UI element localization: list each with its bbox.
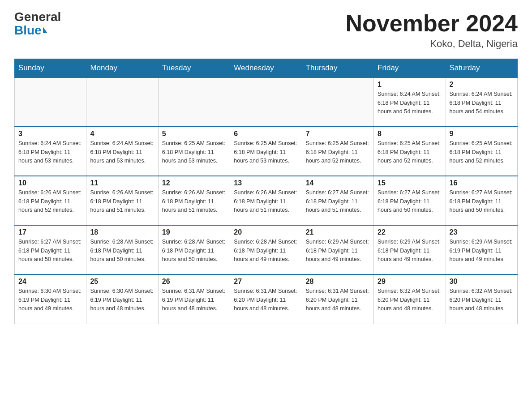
week-row-3: 10Sunrise: 6:26 AM Sunset: 6:18 PM Dayli… bbox=[15, 176, 518, 225]
logo-general-text: General bbox=[14, 11, 61, 23]
calendar-cell: 23Sunrise: 6:29 AM Sunset: 6:19 PM Dayli… bbox=[446, 225, 517, 274]
calendar-cell: 16Sunrise: 6:27 AM Sunset: 6:18 PM Dayli… bbox=[446, 176, 517, 225]
week-row-1: 1Sunrise: 6:24 AM Sunset: 6:18 PM Daylig… bbox=[15, 77, 518, 127]
day-info: Sunrise: 6:24 AM Sunset: 6:18 PM Dayligh… bbox=[378, 90, 442, 116]
calendar-cell: 11Sunrise: 6:26 AM Sunset: 6:18 PM Dayli… bbox=[86, 176, 158, 225]
calendar-cell bbox=[15, 77, 86, 127]
day-info: Sunrise: 6:29 AM Sunset: 6:18 PM Dayligh… bbox=[378, 238, 442, 264]
day-info: Sunrise: 6:25 AM Sunset: 6:18 PM Dayligh… bbox=[234, 139, 298, 165]
day-info: Sunrise: 6:30 AM Sunset: 6:19 PM Dayligh… bbox=[90, 287, 154, 313]
day-info: Sunrise: 6:31 AM Sunset: 6:19 PM Dayligh… bbox=[162, 287, 226, 313]
calendar-cell bbox=[230, 77, 302, 127]
calendar-cell bbox=[158, 77, 230, 127]
day-info: Sunrise: 6:25 AM Sunset: 6:18 PM Dayligh… bbox=[306, 139, 370, 165]
weekday-header-thursday: Thursday bbox=[302, 59, 373, 78]
day-info: Sunrise: 6:26 AM Sunset: 6:18 PM Dayligh… bbox=[18, 188, 82, 214]
day-info: Sunrise: 6:25 AM Sunset: 6:18 PM Dayligh… bbox=[450, 139, 514, 165]
calendar-cell: 5Sunrise: 6:25 AM Sunset: 6:18 PM Daylig… bbox=[158, 127, 230, 176]
day-number: 10 bbox=[18, 179, 82, 187]
day-info: Sunrise: 6:28 AM Sunset: 6:18 PM Dayligh… bbox=[90, 238, 154, 264]
calendar-cell: 13Sunrise: 6:26 AM Sunset: 6:18 PM Dayli… bbox=[230, 176, 302, 225]
day-number: 25 bbox=[90, 278, 154, 286]
day-info: Sunrise: 6:26 AM Sunset: 6:18 PM Dayligh… bbox=[90, 188, 154, 214]
day-number: 8 bbox=[378, 130, 442, 138]
calendar-cell: 14Sunrise: 6:27 AM Sunset: 6:18 PM Dayli… bbox=[302, 176, 373, 225]
calendar-cell: 9Sunrise: 6:25 AM Sunset: 6:18 PM Daylig… bbox=[446, 127, 517, 176]
day-number: 27 bbox=[234, 278, 298, 286]
day-number: 29 bbox=[378, 278, 442, 286]
logo-blue-text: Blue bbox=[14, 23, 47, 38]
day-info: Sunrise: 6:28 AM Sunset: 6:18 PM Dayligh… bbox=[234, 238, 298, 264]
calendar-cell: 25Sunrise: 6:30 AM Sunset: 6:19 PM Dayli… bbox=[86, 274, 158, 324]
day-number: 13 bbox=[234, 179, 298, 187]
day-info: Sunrise: 6:27 AM Sunset: 6:18 PM Dayligh… bbox=[450, 188, 514, 214]
day-info: Sunrise: 6:27 AM Sunset: 6:18 PM Dayligh… bbox=[18, 238, 82, 264]
calendar-cell: 20Sunrise: 6:28 AM Sunset: 6:18 PM Dayli… bbox=[230, 225, 302, 274]
day-info: Sunrise: 6:32 AM Sunset: 6:20 PM Dayligh… bbox=[378, 287, 442, 313]
day-info: Sunrise: 6:24 AM Sunset: 6:18 PM Dayligh… bbox=[450, 90, 514, 116]
weekday-header-wednesday: Wednesday bbox=[230, 59, 302, 78]
week-row-2: 3Sunrise: 6:24 AM Sunset: 6:18 PM Daylig… bbox=[15, 127, 518, 176]
calendar-cell: 19Sunrise: 6:28 AM Sunset: 6:18 PM Dayli… bbox=[158, 225, 230, 274]
day-number: 2 bbox=[450, 81, 514, 89]
logo-triangle-icon bbox=[43, 27, 47, 33]
day-info: Sunrise: 6:26 AM Sunset: 6:18 PM Dayligh… bbox=[234, 188, 298, 214]
day-number: 3 bbox=[18, 130, 82, 138]
day-info: Sunrise: 6:24 AM Sunset: 6:18 PM Dayligh… bbox=[90, 139, 154, 165]
weekday-header-row: SundayMondayTuesdayWednesdayThursdayFrid… bbox=[15, 59, 518, 78]
calendar-cell: 21Sunrise: 6:29 AM Sunset: 6:18 PM Dayli… bbox=[302, 225, 373, 274]
day-number: 21 bbox=[306, 228, 370, 236]
day-info: Sunrise: 6:25 AM Sunset: 6:18 PM Dayligh… bbox=[162, 139, 226, 165]
week-row-4: 17Sunrise: 6:27 AM Sunset: 6:18 PM Dayli… bbox=[15, 225, 518, 274]
day-info: Sunrise: 6:31 AM Sunset: 6:20 PM Dayligh… bbox=[306, 287, 370, 313]
day-number: 12 bbox=[162, 179, 226, 187]
calendar-cell: 2Sunrise: 6:24 AM Sunset: 6:18 PM Daylig… bbox=[446, 77, 517, 127]
day-info: Sunrise: 6:26 AM Sunset: 6:18 PM Dayligh… bbox=[162, 188, 226, 214]
calendar-cell: 29Sunrise: 6:32 AM Sunset: 6:20 PM Dayli… bbox=[374, 274, 446, 324]
day-info: Sunrise: 6:27 AM Sunset: 6:18 PM Dayligh… bbox=[378, 188, 442, 214]
day-number: 30 bbox=[450, 278, 514, 286]
day-info: Sunrise: 6:28 AM Sunset: 6:18 PM Dayligh… bbox=[162, 238, 226, 264]
day-number: 7 bbox=[306, 130, 370, 138]
day-number: 15 bbox=[378, 179, 442, 187]
calendar-cell: 12Sunrise: 6:26 AM Sunset: 6:18 PM Dayli… bbox=[158, 176, 230, 225]
day-number: 1 bbox=[378, 81, 442, 89]
day-number: 17 bbox=[18, 228, 82, 236]
page-header: General Blue November 2024 Koko, Delta, … bbox=[14, 11, 518, 50]
calendar-cell: 10Sunrise: 6:26 AM Sunset: 6:18 PM Dayli… bbox=[15, 176, 86, 225]
day-info: Sunrise: 6:29 AM Sunset: 6:19 PM Dayligh… bbox=[450, 238, 514, 264]
calendar-cell: 6Sunrise: 6:25 AM Sunset: 6:18 PM Daylig… bbox=[230, 127, 302, 176]
day-info: Sunrise: 6:30 AM Sunset: 6:19 PM Dayligh… bbox=[18, 287, 82, 313]
location-label: Koko, Delta, Nigeria bbox=[346, 38, 518, 50]
week-row-5: 24Sunrise: 6:30 AM Sunset: 6:19 PM Dayli… bbox=[15, 274, 518, 324]
weekday-header-friday: Friday bbox=[374, 59, 446, 78]
calendar-cell: 26Sunrise: 6:31 AM Sunset: 6:19 PM Dayli… bbox=[158, 274, 230, 324]
month-title: November 2024 bbox=[346, 11, 518, 36]
day-number: 28 bbox=[306, 278, 370, 286]
day-number: 20 bbox=[234, 228, 298, 236]
calendar-cell bbox=[86, 77, 158, 127]
weekday-header-saturday: Saturday bbox=[446, 59, 517, 78]
day-number: 16 bbox=[450, 179, 514, 187]
day-info: Sunrise: 6:32 AM Sunset: 6:20 PM Dayligh… bbox=[450, 287, 514, 313]
day-info: Sunrise: 6:27 AM Sunset: 6:18 PM Dayligh… bbox=[306, 188, 370, 214]
calendar-cell: 15Sunrise: 6:27 AM Sunset: 6:18 PM Dayli… bbox=[374, 176, 446, 225]
title-area: November 2024 Koko, Delta, Nigeria bbox=[346, 11, 518, 50]
calendar-cell: 7Sunrise: 6:25 AM Sunset: 6:18 PM Daylig… bbox=[302, 127, 373, 176]
day-number: 23 bbox=[450, 228, 514, 236]
calendar-cell: 18Sunrise: 6:28 AM Sunset: 6:18 PM Dayli… bbox=[86, 225, 158, 274]
day-number: 6 bbox=[234, 130, 298, 138]
calendar-cell: 28Sunrise: 6:31 AM Sunset: 6:20 PM Dayli… bbox=[302, 274, 373, 324]
calendar-cell: 4Sunrise: 6:24 AM Sunset: 6:18 PM Daylig… bbox=[86, 127, 158, 176]
day-number: 4 bbox=[90, 130, 154, 138]
calendar-cell: 27Sunrise: 6:31 AM Sunset: 6:20 PM Dayli… bbox=[230, 274, 302, 324]
calendar-cell: 1Sunrise: 6:24 AM Sunset: 6:18 PM Daylig… bbox=[374, 77, 446, 127]
day-info: Sunrise: 6:29 AM Sunset: 6:18 PM Dayligh… bbox=[306, 238, 370, 264]
calendar-cell: 24Sunrise: 6:30 AM Sunset: 6:19 PM Dayli… bbox=[15, 274, 86, 324]
day-number: 14 bbox=[306, 179, 370, 187]
day-info: Sunrise: 6:31 AM Sunset: 6:20 PM Dayligh… bbox=[234, 287, 298, 313]
calendar-cell: 8Sunrise: 6:25 AM Sunset: 6:18 PM Daylig… bbox=[374, 127, 446, 176]
weekday-header-monday: Monday bbox=[86, 59, 158, 78]
calendar-cell: 3Sunrise: 6:24 AM Sunset: 6:18 PM Daylig… bbox=[15, 127, 86, 176]
calendar-cell: 22Sunrise: 6:29 AM Sunset: 6:18 PM Dayli… bbox=[374, 225, 446, 274]
